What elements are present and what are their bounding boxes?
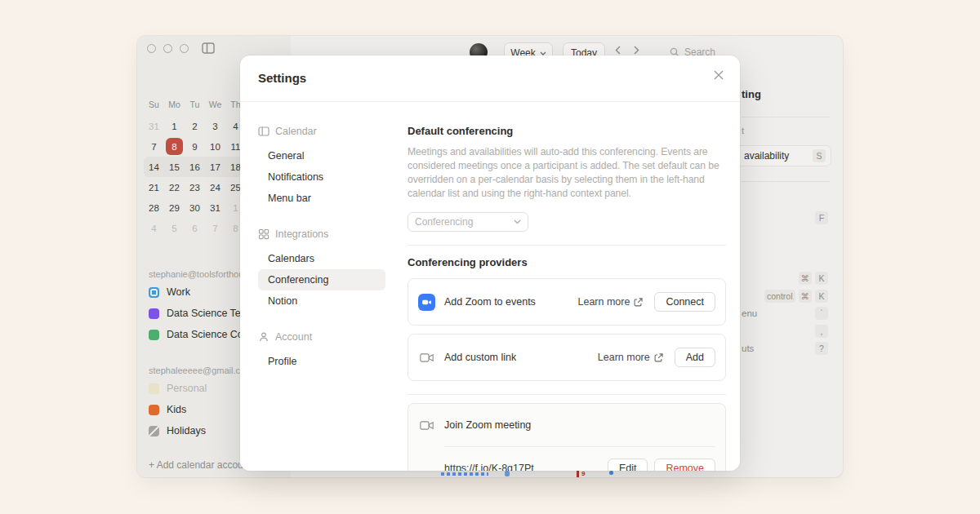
window-minimize-button[interactable] <box>163 44 172 53</box>
learn-more-label: Learn more <box>598 352 650 363</box>
calendar-name: Personal <box>167 383 207 394</box>
calendar-date[interactable]: 16 <box>185 157 205 177</box>
calendar-date[interactable]: 5 <box>164 218 185 238</box>
calendar-date[interactable]: 6 <box>185 218 205 238</box>
day-header: Su <box>144 95 164 115</box>
person-icon <box>258 331 270 343</box>
calendar-date[interactable]: 3 <box>205 116 225 136</box>
panel-label-fragment: t <box>742 126 744 135</box>
calendar-date[interactable]: 7 <box>205 218 225 238</box>
calendar-name: Work <box>167 286 190 298</box>
video-camera-icon <box>418 417 435 434</box>
nav-section-account: Account Profile <box>258 330 395 372</box>
calendar-date[interactable]: 1 <box>164 116 185 136</box>
nav-item-notion[interactable]: Notion <box>258 290 385 312</box>
keycap: ⌘ <box>799 290 813 303</box>
calendar-date[interactable]: 14 <box>144 157 164 177</box>
nav-item-conferencing[interactable]: Conferencing <box>258 269 385 290</box>
day-header: Tu <box>185 95 205 115</box>
calendar-date[interactable]: 28 <box>144 197 164 218</box>
calendar-date[interactable]: 30 <box>185 197 205 218</box>
calendar-disabled-icon[interactable] <box>149 426 159 436</box>
desktop-background: Su Mo Tu We Th 31 1 2 3 4 7 8 9 10 <box>0 0 980 514</box>
zoom-app-icon <box>418 294 435 311</box>
calendar-date[interactable]: 15 <box>164 157 185 177</box>
section-description: Meetings and availabilities will auto-ad… <box>408 145 726 201</box>
select-placeholder: Conferencing <box>415 216 473 228</box>
next-period-icon[interactable] <box>634 46 639 55</box>
connect-button[interactable]: Connect <box>654 292 715 312</box>
sidebar-toggle-icon[interactable] <box>202 42 215 54</box>
prev-period-icon[interactable] <box>615 46 621 55</box>
availability-label: availability <box>744 150 789 162</box>
conferencing-select[interactable]: Conferencing <box>408 212 528 232</box>
section-title: Default conferencing <box>408 124 726 139</box>
window-controls <box>147 42 215 54</box>
remove-button[interactable]: Remove <box>654 459 715 471</box>
learn-more-link[interactable]: Learn more <box>598 352 663 363</box>
calendar-color-icon[interactable] <box>149 383 159 394</box>
settings-modal: Settings Calendar General Notifications … <box>240 55 740 471</box>
divider <box>742 181 830 182</box>
calendar-date[interactable]: 4 <box>144 218 164 238</box>
calendar-date-selected[interactable]: 8 <box>166 138 183 155</box>
calendar-color-icon[interactable] <box>149 308 159 319</box>
calendar-date[interactable]: 31 <box>205 197 225 218</box>
external-link-icon <box>634 298 643 307</box>
nav-section-calendar: Calendar General Notifications Menu bar <box>258 124 395 209</box>
settings-nav: Calendar General Notifications Menu bar … <box>258 124 395 390</box>
calendar-date[interactable]: 24 <box>205 177 225 197</box>
window-close-button[interactable] <box>147 44 156 53</box>
nav-section-label: Account <box>275 331 312 343</box>
section-title: Conferencing providers <box>408 255 726 270</box>
calendar-date[interactable]: 29 <box>164 197 185 218</box>
calendar-color-icon[interactable] <box>149 330 159 340</box>
keycap: , <box>815 325 828 338</box>
event-fragment <box>609 471 613 475</box>
edit-button[interactable]: Edit <box>608 459 648 471</box>
calendar-date[interactable]: 17 <box>205 157 225 177</box>
calendar-name: Kids <box>167 404 186 415</box>
calendar-date[interactable]: 21 <box>144 177 164 197</box>
shortcut-row: F <box>740 210 828 224</box>
shortcut-row: enu ` <box>740 306 828 320</box>
learn-more-link[interactable]: Learn more <box>578 296 644 308</box>
nav-item-profile[interactable]: Profile <box>258 351 385 372</box>
join-zoom-card: Join Zoom meeting https://f.io/K-8g17Pt … <box>408 403 726 471</box>
panel-header-fragment: ting <box>742 88 761 100</box>
calendar-date[interactable]: 31 <box>144 116 164 136</box>
zoom-provider-card: Add Zoom to events Learn more Connect <box>408 278 726 326</box>
chevron-down-icon <box>540 51 546 55</box>
add-calendar-account-button[interactable]: + Add calendar account <box>149 459 252 471</box>
calendar-date[interactable]: 22 <box>164 177 185 197</box>
window-zoom-button[interactable] <box>180 44 189 53</box>
divider <box>408 245 726 246</box>
keycap: ⌘ <box>799 272 813 285</box>
external-link-icon <box>654 353 663 362</box>
nav-item-general[interactable]: General <box>258 145 385 166</box>
nav-item-menu-bar[interactable]: Menu bar <box>258 188 385 209</box>
integrations-section-icon <box>258 228 270 240</box>
keycap: F <box>815 211 828 224</box>
shortcut-row: control ⌘ K <box>740 289 828 303</box>
close-icon[interactable] <box>710 67 727 83</box>
add-button[interactable]: Add <box>675 348 715 367</box>
calendar-date[interactable]: 10 <box>205 136 225 157</box>
keycap: S <box>813 149 826 162</box>
day-header: We <box>205 95 225 115</box>
nav-item-calendars[interactable]: Calendars <box>258 248 385 269</box>
calendar-color-checkbox-icon[interactable] <box>149 287 159 298</box>
keycap: ` <box>815 307 828 320</box>
event-time-fragment: 9 <box>581 470 585 477</box>
meeting-url: https://f.io/K-8g17Pt <box>444 463 608 471</box>
calendar-date[interactable]: 7 <box>144 136 164 157</box>
calendar-date[interactable]: 2 <box>185 116 205 136</box>
nav-item-notifications[interactable]: Notifications <box>258 166 385 188</box>
calendar-date[interactable]: 23 <box>185 177 205 197</box>
nav-section-label: Integrations <box>275 228 328 240</box>
provider-label: Add Zoom to events <box>444 296 578 308</box>
provider-label: Join Zoom meeting <box>444 419 715 431</box>
calendar-color-icon[interactable] <box>149 405 159 415</box>
chevron-down-icon <box>514 219 521 224</box>
calendar-date[interactable]: 9 <box>185 136 205 157</box>
